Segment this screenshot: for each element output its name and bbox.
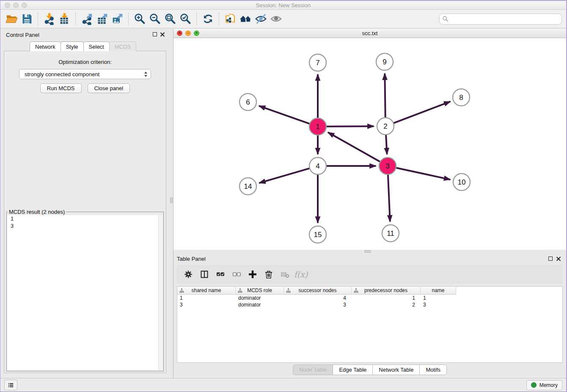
save-session-button[interactable]: [19, 11, 34, 27]
graph-edge-2-9[interactable]: [385, 74, 385, 117]
table-cell-successor-nodes[interactable]: 4: [284, 295, 352, 301]
export-table-button[interactable]: [94, 11, 110, 27]
delete-columns-button[interactable]: [262, 268, 275, 281]
tab-network[interactable]: Network: [30, 41, 61, 51]
table-cell-successor-nodes[interactable]: 3: [284, 301, 352, 308]
hide-selected-button[interactable]: [253, 11, 268, 27]
close-panel-icon[interactable]: [160, 32, 165, 37]
maximize-window-icon[interactable]: [22, 3, 27, 8]
graph-edge-3-10[interactable]: [396, 168, 450, 179]
table-row[interactable]: 1dominator411: [177, 295, 562, 301]
zoom-out-button[interactable]: [147, 11, 162, 27]
unselect-all-columns-button[interactable]: [230, 268, 243, 281]
result-scrollbar[interactable]: [158, 215, 163, 370]
close-network-icon[interactable]: ✕: [177, 30, 182, 36]
graph-node-3[interactable]: 3: [379, 157, 396, 174]
function-builder-button[interactable]: f(x): [295, 268, 307, 281]
zoom-in-button[interactable]: [132, 11, 147, 27]
zoom-in-icon: [134, 13, 146, 25]
graph-node-1[interactable]: 1: [309, 118, 326, 135]
tab-motifs[interactable]: Motifs: [419, 364, 447, 375]
tab-edge-table[interactable]: Edge Table: [333, 364, 373, 375]
task-history-button[interactable]: [4, 380, 17, 390]
graph-edge-2-3[interactable]: [386, 135, 387, 154]
minimize-network-icon[interactable]: −: [185, 30, 191, 36]
apply-layout-button[interactable]: [200, 11, 215, 27]
new-network-from-selection-button[interactable]: [223, 11, 238, 27]
tab-mcds[interactable]: MCDS: [109, 41, 136, 51]
horizontal-splitter[interactable]: [173, 250, 566, 253]
column-header-shared-name[interactable]: shared name: [177, 287, 236, 295]
run-mcds-button[interactable]: Run MCDS: [40, 83, 82, 93]
table-cell-name[interactable]: 1: [421, 295, 456, 301]
export-image-button[interactable]: [110, 11, 125, 27]
network-graph[interactable]: 7968124314101511: [173, 38, 567, 250]
table-cell-shared-name[interactable]: 1: [177, 295, 236, 301]
graph-node-6[interactable]: 6: [239, 94, 256, 110]
graph-edge-3-11[interactable]: [388, 175, 390, 221]
float-panel-icon[interactable]: [153, 32, 157, 36]
column-header-name[interactable]: name: [421, 287, 456, 295]
float-panel-icon[interactable]: [548, 257, 553, 261]
network-canvas[interactable]: 7968124314101511: [173, 38, 566, 250]
graph-node-label: 14: [244, 182, 252, 190]
zoom-selected-button[interactable]: [178, 11, 193, 27]
tab-node-table[interactable]: Node Table: [293, 364, 333, 375]
table-cell-predecessor-nodes[interactable]: 2: [352, 301, 421, 308]
table-cell-mcds-role[interactable]: dominator: [236, 295, 284, 301]
graph-edge-2-8[interactable]: [394, 102, 450, 123]
graph-edge-3-1[interactable]: [328, 133, 380, 161]
close-panel-icon[interactable]: [556, 256, 561, 261]
home-networks-button[interactable]: [238, 11, 253, 27]
graph-edge-4-14[interactable]: [260, 168, 309, 183]
table-cell-name[interactable]: 3: [421, 301, 456, 308]
column-header-successor-nodes[interactable]: successor nodes: [284, 287, 352, 295]
splitter-grip[interactable]: [170, 197, 173, 203]
graph-node-7[interactable]: 7: [309, 54, 326, 71]
graph-node-10[interactable]: 10: [453, 174, 470, 190]
import-network-button[interactable]: [41, 11, 57, 27]
graph-node-14[interactable]: 14: [239, 178, 256, 195]
graph-node-8[interactable]: 8: [453, 89, 470, 106]
table-cell-mcds-role[interactable]: dominator: [236, 301, 284, 308]
tab-select[interactable]: Select: [83, 41, 110, 51]
graph-node-15[interactable]: 15: [309, 226, 326, 243]
export-network-button[interactable]: [79, 11, 94, 27]
table-cell-shared-name[interactable]: 3: [177, 301, 236, 308]
graph-edge-1-2[interactable]: [327, 126, 373, 127]
vertical-splitter[interactable]: [170, 29, 173, 378]
close-panel-button[interactable]: Close panel: [88, 83, 130, 93]
memory-button[interactable]: Memory: [526, 380, 562, 390]
graph-node-4[interactable]: 4: [309, 157, 326, 174]
show-columns-button[interactable]: [198, 268, 211, 281]
hierarchy-icon: [179, 288, 184, 293]
search-input[interactable]: [439, 14, 562, 25]
table-cell-predecessor-nodes[interactable]: 1: [352, 295, 421, 301]
show-all-button[interactable]: [268, 11, 284, 27]
tab-style[interactable]: Style: [61, 41, 84, 51]
column-header-mcds-role[interactable]: MCDS role: [236, 287, 284, 295]
splitter-grip[interactable]: [364, 250, 371, 253]
tab-network-table[interactable]: Network Table: [372, 364, 420, 375]
create-column-button[interactable]: [246, 268, 259, 281]
optimization-select[interactable]: strongly connected component: [19, 69, 151, 79]
maximize-network-icon[interactable]: +: [194, 30, 199, 36]
zoom-fit-button[interactable]: [162, 11, 178, 27]
graph-node-9[interactable]: 9: [376, 53, 393, 70]
close-window-icon[interactable]: [5, 3, 10, 8]
minimize-window-icon[interactable]: [13, 3, 19, 8]
node-table: shared nameMCDS rolesuccessor nodesprede…: [177, 286, 563, 363]
graph-node-label: 1: [316, 123, 319, 131]
select-all-columns-button[interactable]: [214, 268, 227, 281]
graph-edge-1-6[interactable]: [259, 106, 309, 124]
column-header-predecessor-nodes[interactable]: predecessor nodes: [352, 287, 421, 295]
import-table-button[interactable]: [57, 11, 72, 27]
graph-node-2[interactable]: 2: [377, 118, 394, 135]
table-settings-button[interactable]: [182, 268, 195, 281]
table-row[interactable]: 3dominator323: [177, 301, 562, 308]
graph-node-11[interactable]: 11: [382, 225, 399, 242]
graph-node-label: 4: [316, 162, 319, 170]
delete-table-button[interactable]: [278, 268, 291, 281]
open-session-button[interactable]: [4, 11, 19, 27]
control-panel-title: Control Panel: [6, 32, 39, 38]
